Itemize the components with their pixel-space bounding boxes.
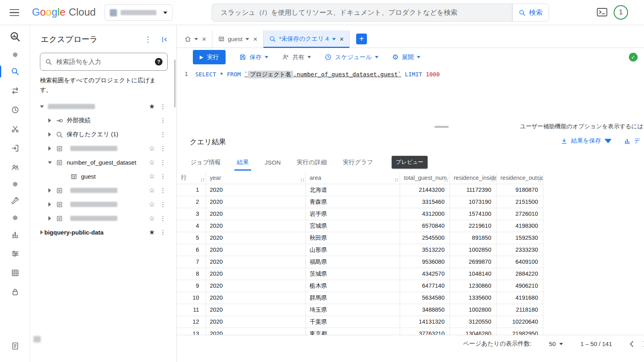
tree-item-0[interactable]: ★⋮ — [30, 99, 176, 113]
kebab-icon[interactable]: ⋮ — [160, 159, 166, 166]
column-resize-handle[interactable] — [301, 178, 304, 182]
results-table-container[interactable]: 行yearareatotal_guest_numresidence_inside… — [177, 172, 644, 335]
save-button[interactable]: 保存 — [239, 54, 268, 61]
kebab-icon[interactable]: ⋮ — [160, 229, 166, 236]
previous-page-icon[interactable] — [630, 341, 634, 347]
star-outline-icon[interactable]: ☆ — [149, 144, 155, 153]
kebab-icon[interactable]: ⋮ — [160, 117, 166, 124]
explorer-search-input[interactable] — [56, 58, 151, 66]
column-resize-handle[interactable] — [538, 178, 542, 182]
tree-item-2[interactable]: 保存したクエリ (1)⋮ — [30, 127, 176, 141]
rail-item-analytics[interactable] — [0, 225, 30, 244]
star-outline-icon[interactable]: ☆ — [149, 172, 155, 181]
close-icon[interactable]: × — [340, 36, 344, 43]
global-search-bar[interactable] — [212, 4, 512, 22]
rail-item-history[interactable] — [0, 100, 30, 119]
star-filled-icon[interactable]: ★ — [149, 228, 155, 237]
kebab-icon[interactable]: ⋮ — [160, 187, 166, 194]
tree-item-5[interactable]: guest☆⋮ — [30, 169, 176, 183]
chevron-down-icon[interactable] — [332, 38, 336, 40]
table-reference-link[interactable]: `プロジェクト名.number_of_guest_dataset.guest` — [244, 71, 401, 78]
explore-data-button[interactable]: デ — [624, 137, 640, 145]
star-outline-icon[interactable]: ☆ — [149, 200, 155, 209]
caret-right-icon[interactable] — [47, 132, 52, 137]
star-filled-icon[interactable]: ★ — [149, 102, 155, 111]
search-button[interactable]: 検索 — [512, 4, 549, 22]
collapse-panel-icon[interactable] — [161, 36, 168, 44]
column-header-area[interactable]: area — [305, 172, 400, 184]
tree-item-7[interactable]: ☆⋮ — [30, 197, 176, 211]
avatar[interactable]: 1 — [614, 5, 628, 20]
column-header-residence_outside[interactable]: residence_outside — [496, 172, 543, 184]
global-search-input[interactable] — [212, 4, 512, 21]
close-icon[interactable]: × — [202, 36, 206, 43]
rail-item-wrench[interactable] — [0, 191, 30, 211]
project-selector[interactable] — [105, 4, 172, 21]
rail-item-search[interactable] — [0, 62, 30, 81]
rail-item-bigquery-logo[interactable] — [0, 25, 30, 48]
cloud-shell-icon[interactable] — [597, 8, 607, 16]
caret-right-icon[interactable] — [39, 230, 44, 235]
chevron-down-icon[interactable] — [194, 38, 198, 40]
star-outline-icon[interactable]: ☆ — [149, 158, 155, 167]
results-tab-4[interactable]: 実行グラフ — [343, 154, 373, 171]
add-tab-button[interactable]: + — [356, 34, 367, 44]
tree-item-9[interactable]: bigquery-public-data★⋮ — [30, 225, 176, 239]
caret-right-icon[interactable] — [47, 146, 52, 151]
tree-item-8[interactable]: ☆⋮ — [30, 211, 176, 225]
close-icon[interactable]: × — [253, 36, 258, 43]
star-outline-icon[interactable]: ☆ — [149, 186, 155, 195]
caret-down-icon[interactable] — [47, 161, 52, 164]
column-header-residence_inside[interactable]: residence_inside — [450, 172, 496, 184]
splitter-handle[interactable] — [434, 126, 449, 128]
save-results-button[interactable]: 結果を保存 — [561, 137, 611, 145]
column-header-year[interactable]: year — [206, 172, 305, 184]
kebab-icon[interactable]: ⋮ — [160, 103, 166, 110]
chevron-down-icon[interactable] — [246, 38, 249, 40]
tab-guest[interactable]: guest× — [212, 30, 264, 48]
results-tab-0[interactable]: ジョブ情報 — [190, 154, 221, 171]
column-resize-handle[interactable] — [445, 178, 448, 182]
caret-down-icon[interactable] — [39, 105, 44, 108]
explorer-search-box[interactable]: ? — [40, 53, 168, 71]
rail-item-tune[interactable] — [0, 244, 30, 263]
tree-item-1[interactable]: 外部接続⋮ — [30, 113, 176, 127]
rail-item-signin[interactable] — [0, 139, 30, 158]
caret-right-icon[interactable] — [47, 188, 52, 193]
kebab-icon[interactable]: ⋮ — [144, 35, 152, 44]
tree-item-6[interactable]: ☆⋮ — [30, 183, 176, 197]
google-cloud-logo[interactable]: Google Cloud — [32, 6, 96, 18]
results-tab-1[interactable]: 結果 — [237, 154, 249, 171]
kebab-icon[interactable]: ⋮ — [160, 131, 166, 138]
kebab-icon[interactable]: ⋮ — [160, 201, 166, 208]
kebab-icon[interactable]: ⋮ — [160, 215, 166, 222]
kebab-icon[interactable]: ⋮ — [160, 145, 166, 152]
rail-item-swap[interactable] — [0, 81, 30, 100]
rail-item-people[interactable] — [0, 158, 30, 177]
column-resize-handle[interactable] — [201, 178, 204, 182]
tab-home[interactable]: × — [179, 30, 212, 48]
rail-item-grid[interactable] — [0, 263, 30, 282]
run-button[interactable]: ▶ 実行 — [193, 50, 226, 64]
menu-icon[interactable] — [10, 9, 19, 16]
kebab-icon[interactable]: ⋮ — [160, 173, 166, 180]
page-size-select[interactable]: 50 — [549, 340, 563, 347]
column-header-total_guest_num[interactable]: total_guest_num — [400, 172, 450, 184]
rail-item-lock[interactable] — [0, 282, 30, 302]
tree-item-4[interactable]: number_of_guest_dataset☆⋮ — [30, 155, 176, 169]
results-tab-2[interactable]: JSON — [265, 154, 281, 171]
column-resize-handle[interactable] — [491, 178, 495, 182]
caret-right-icon[interactable] — [47, 216, 52, 221]
sql-editor[interactable]: 1 SELECT*FROM`プロジェクト名.number_of_guest_da… — [177, 66, 644, 125]
schedule-button[interactable]: スケジュール — [325, 54, 378, 61]
results-tab-3[interactable]: 実行の詳細 — [297, 154, 327, 171]
tab-unsaved-query-4[interactable]: *未保存のクエリ 4× — [264, 30, 350, 48]
help-icon[interactable]: ? — [155, 58, 162, 66]
explorer-scrollbar[interactable] — [174, 60, 176, 107]
share-button[interactable]: 共有 — [282, 54, 311, 61]
tree-item-3[interactable]: ☆⋮ — [30, 141, 176, 155]
rail-item-feedback[interactable] — [0, 336, 30, 356]
caret-right-icon[interactable] — [47, 118, 52, 123]
column-resize-handle[interactable] — [395, 178, 398, 182]
column-header-行[interactable]: 行 — [177, 172, 206, 184]
